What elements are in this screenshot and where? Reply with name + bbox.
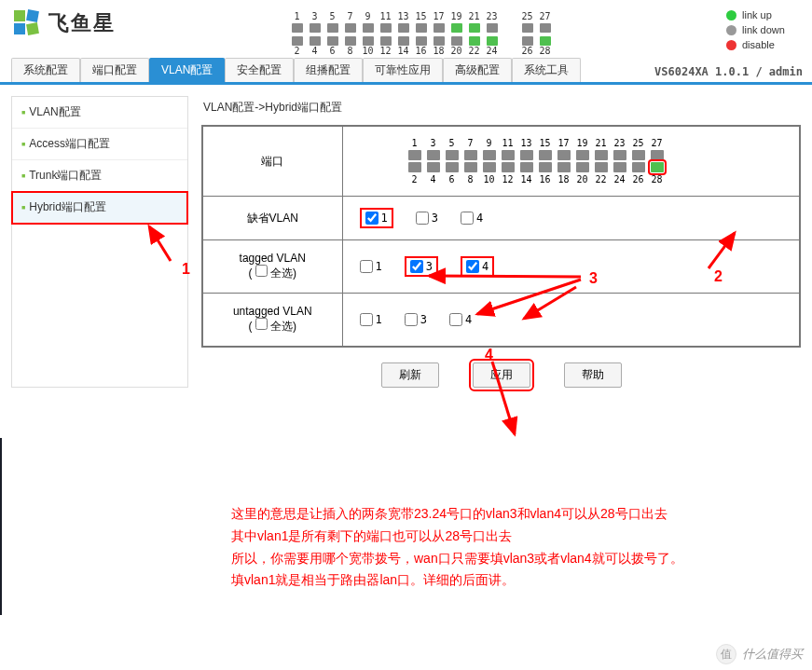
port-icon-26[interactable] — [522, 36, 533, 46]
grid-port-icon-27[interactable] — [651, 150, 664, 160]
port-number-3: 3 — [310, 11, 321, 21]
grid-port-icon-21[interactable] — [595, 150, 608, 160]
default-vlan-label-4: 4 — [476, 212, 483, 225]
port-icon-22[interactable] — [469, 36, 480, 46]
grid-port-icon-15[interactable] — [539, 150, 552, 160]
port-number-14: 14 — [398, 46, 409, 56]
grid-port-icon-24[interactable] — [613, 162, 626, 172]
default-vlan-checkbox-4[interactable] — [461, 212, 474, 225]
grid-port-icon-4[interactable] — [427, 162, 440, 172]
logo-svg — [13, 9, 41, 37]
port-icon-11[interactable] — [380, 23, 392, 33]
untagged-vlan-checkbox-1[interactable] — [360, 313, 373, 326]
port-icon-9[interactable] — [363, 23, 374, 33]
grid-port-icon-20[interactable] — [576, 162, 589, 172]
nav-tab-5[interactable]: 可靠性应用 — [363, 58, 443, 82]
grid-port-icon-7[interactable] — [464, 150, 477, 160]
port-icon-5[interactable] — [327, 23, 338, 33]
port-icon-6[interactable] — [327, 36, 338, 46]
grid-port-icon-1[interactable] — [408, 150, 421, 160]
default-vlan-opt-3: 3 — [416, 212, 438, 225]
grid-port-num-15: 15 — [539, 138, 552, 148]
watermark-icon: 值 — [716, 644, 736, 664]
device-info: VS6024XA 1.0.1 / admin — [645, 62, 812, 82]
port-icon-3[interactable] — [310, 23, 321, 33]
grid-port-icon-10[interactable] — [483, 162, 496, 172]
grid-port-icon-9[interactable] — [483, 150, 496, 160]
untagged-vlan-checkbox-3[interactable] — [405, 313, 418, 326]
nav-tab-6[interactable]: 高级配置 — [443, 58, 512, 82]
grid-port-icon-23[interactable] — [613, 150, 626, 160]
tagged-selectall-checkbox[interactable] — [255, 265, 268, 277]
grid-port-icon-19[interactable] — [576, 150, 589, 160]
grid-port-icon-2[interactable] — [408, 162, 421, 172]
nav-tab-2[interactable]: VLAN配置 — [149, 58, 225, 82]
untagged-selectall-checkbox[interactable] — [255, 318, 268, 330]
nav-tab-4[interactable]: 组播配置 — [294, 58, 363, 82]
port-icon-20[interactable] — [451, 36, 462, 46]
port-icon-7[interactable] — [345, 23, 356, 33]
port-icon-18[interactable] — [434, 36, 445, 46]
port-icon-21[interactable] — [469, 23, 480, 33]
default-vlan-checkbox-3[interactable] — [416, 212, 429, 225]
nav-tab-3[interactable]: 安全配置 — [225, 58, 294, 82]
port-number-26: 26 — [522, 46, 533, 56]
grid-port-icon-11[interactable] — [502, 150, 515, 160]
grid-port-icon-5[interactable] — [446, 150, 459, 160]
untagged-vlan-checkbox-4[interactable] — [449, 313, 462, 326]
grid-port-icon-6[interactable] — [446, 162, 459, 172]
grid-port-icon-22[interactable] — [595, 162, 608, 172]
grid-port-icon-18[interactable] — [557, 162, 571, 172]
help-button[interactable]: 帮助 — [564, 362, 622, 388]
port-icon-19[interactable] — [451, 23, 462, 33]
port-icon-13[interactable] — [398, 23, 409, 33]
port-icon-14[interactable] — [398, 36, 409, 46]
grid-port-icon-16[interactable] — [539, 162, 552, 172]
port-icon-1[interactable] — [292, 23, 303, 33]
sidebar-item-2[interactable]: Trunk端口配置 — [12, 160, 187, 192]
grid-port-num-20: 20 — [576, 174, 589, 185]
port-icon-10[interactable] — [363, 36, 374, 46]
port-icon-16[interactable] — [416, 36, 427, 46]
tagged-vlan-label-4: 4 — [482, 260, 489, 273]
port-icon-28[interactable] — [540, 36, 551, 46]
grid-port-icon-3[interactable] — [427, 150, 440, 160]
nav-tab-7[interactable]: 系统工具 — [512, 58, 581, 82]
tagged-vlan-checkbox-3[interactable] — [410, 260, 423, 273]
port-grid-cell: 1357911131517192123252724681012141618202… — [342, 126, 800, 197]
grid-port-icon-8[interactable] — [464, 162, 477, 172]
grid-port-icon-12[interactable] — [502, 162, 515, 172]
port-icon-23[interactable] — [487, 23, 498, 33]
port-icon-27[interactable] — [540, 23, 551, 33]
breadcrumb: VLAN配置->Hybrid端口配置 — [201, 96, 801, 125]
port-icon-17[interactable] — [434, 23, 445, 33]
refresh-button[interactable]: 刷新 — [381, 362, 439, 388]
port-icon-8[interactable] — [345, 36, 356, 46]
config-table: 端口 1357911131517192123252724681012141618… — [201, 125, 801, 348]
header: 飞鱼星 13579111315171921232527 246810121416… — [0, 0, 812, 61]
dot-gray-icon — [726, 25, 736, 35]
apply-button[interactable]: 应用 — [473, 362, 530, 388]
tagged-vlan-checkbox-1[interactable] — [360, 260, 373, 273]
port-icon-25[interactable] — [522, 23, 533, 33]
tagged-vlan-checkbox-4[interactable] — [466, 260, 479, 273]
sidebar-item-0[interactable]: VLAN配置 — [12, 97, 187, 129]
grid-port-icon-17[interactable] — [557, 150, 571, 160]
default-vlan-checkbox-1[interactable] — [365, 212, 378, 225]
port-icon-15[interactable] — [416, 23, 427, 33]
nav-tab-0[interactable]: 系统配置 — [11, 58, 80, 82]
sidebar-item-3[interactable]: Hybrid端口配置 — [12, 192, 187, 224]
port-icon-24[interactable] — [487, 36, 498, 46]
grid-port-icon-28[interactable] — [651, 162, 664, 172]
nav-tab-1[interactable]: 端口配置 — [80, 58, 149, 82]
grid-port-icon-26[interactable] — [632, 162, 645, 172]
grid-port-icon-25[interactable] — [632, 150, 645, 160]
grid-port-icon-13[interactable] — [520, 150, 533, 160]
grid-port-icon-14[interactable] — [520, 162, 533, 172]
port-icon-2[interactable] — [292, 36, 303, 46]
sidebar-item-1[interactable]: Access端口配置 — [12, 129, 187, 160]
anno-2: 2 — [714, 268, 723, 285]
port-icon-4[interactable] — [310, 36, 321, 46]
port-icon-12[interactable] — [380, 36, 392, 46]
default-vlan-label-3: 3 — [432, 212, 438, 225]
